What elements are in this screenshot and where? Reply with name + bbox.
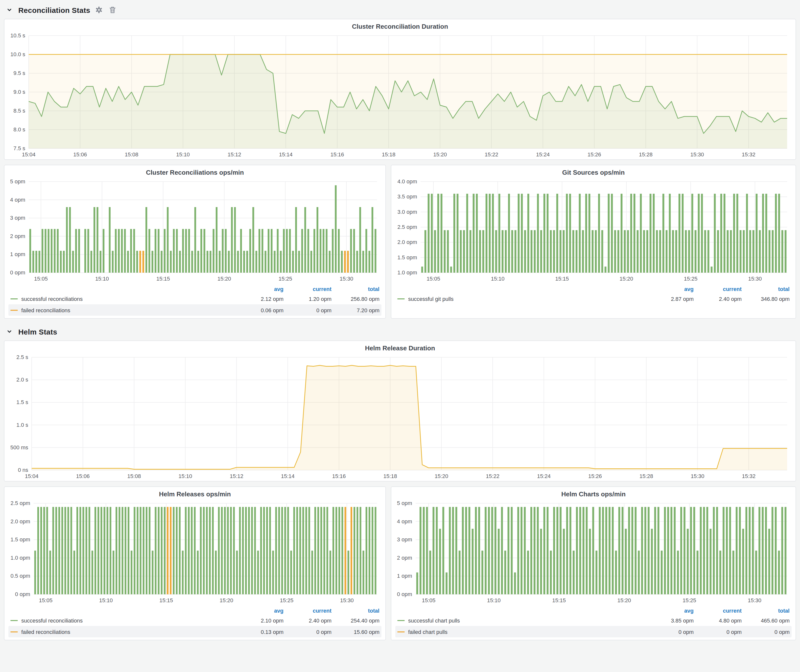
svg-text:15:05: 15:05 <box>426 276 440 282</box>
legend-header-current[interactable]: current <box>694 607 742 613</box>
svg-text:15:08: 15:08 <box>125 151 138 158</box>
svg-text:15:15: 15:15 <box>555 276 569 282</box>
helm-release-duration-chart[interactable]: 0 ns500 ms1.0 s1.5 s2.0 s2.5 s15:0415:06… <box>6 352 794 481</box>
legend-header-avg[interactable]: avg <box>235 607 283 613</box>
svg-text:15:30: 15:30 <box>690 151 704 158</box>
legend-total-value: 254.40 opm <box>331 617 379 623</box>
svg-text:0 opm: 0 opm <box>397 591 412 597</box>
panel-title[interactable]: Helm Charts ops/min <box>391 487 795 498</box>
svg-text:15:12: 15:12 <box>227 151 241 158</box>
svg-text:3.0 opm: 3.0 opm <box>398 209 417 215</box>
legend-series-label[interactable]: failed reconciliations <box>21 307 70 313</box>
legend-current-value: 0 opm <box>283 629 331 635</box>
svg-text:15:16: 15:16 <box>332 473 346 479</box>
svg-text:0.5 opm: 0.5 opm <box>11 573 30 579</box>
legend-row: failed reconciliations 0.06 opm 0 opm 7.… <box>8 304 381 316</box>
svg-text:2.0 opm: 2.0 opm <box>398 239 417 245</box>
cluster-reconciliation-duration-chart[interactable]: 7.5 s8.0 s8.5 s9.0 s9.5 s10.0 s10.5 s15:… <box>6 31 794 159</box>
svg-text:15:05: 15:05 <box>34 276 48 282</box>
svg-text:15:10: 15:10 <box>176 151 190 158</box>
svg-text:10.0 s: 10.0 s <box>10 51 25 58</box>
legend-series-label[interactable]: successful chart pulls <box>408 617 460 623</box>
legend-header-avg[interactable]: avg <box>235 286 283 292</box>
legend-series-label[interactable]: successful git pulls <box>408 296 453 302</box>
svg-text:1.5 opm: 1.5 opm <box>11 536 30 542</box>
legend-series-label[interactable]: successful reconciliations <box>21 296 83 302</box>
svg-text:1.0 opm: 1.0 opm <box>398 269 417 276</box>
legend-header-total[interactable]: total <box>331 286 379 292</box>
legend-avg-value: 0.06 opm <box>235 307 283 313</box>
dashboard: Reconciliation Stats Cluster Reconciliat… <box>0 0 800 672</box>
legend-header-current[interactable]: current <box>283 286 331 292</box>
legend-series-label[interactable]: successful reconciliations <box>21 617 83 623</box>
svg-text:15:10: 15:10 <box>99 597 113 603</box>
section-title[interactable]: Helm Stats <box>18 327 57 336</box>
svg-text:15:30: 15:30 <box>340 276 353 282</box>
svg-text:3 opm: 3 opm <box>397 536 412 542</box>
legend-header-current[interactable]: current <box>694 286 742 292</box>
chevron-down-icon[interactable] <box>5 327 14 336</box>
legend-current-value: 2.40 opm <box>283 617 331 623</box>
git-sources-bar-chart[interactable]: 1.0 opm1.5 opm2.0 opm2.5 opm3.0 opm3.5 o… <box>393 177 794 283</box>
section-title[interactable]: Reconciliation Stats <box>18 6 90 14</box>
legend: avg current total successful reconciliat… <box>5 606 386 640</box>
svg-text:15:08: 15:08 <box>127 473 141 479</box>
trash-icon[interactable] <box>108 5 117 14</box>
svg-text:1.5 opm: 1.5 opm <box>398 254 417 261</box>
legend-header-row: avg current total <box>8 606 381 614</box>
legend-total-value: 256.80 opm <box>331 296 379 302</box>
legend-series-label[interactable]: failed reconciliations <box>21 629 70 635</box>
panel-cluster-reconciliation-duration: Cluster Reconciliation Duration 7.5 s8.0… <box>4 19 796 160</box>
legend-avg-value: 3.85 opm <box>646 617 694 623</box>
svg-text:15:30: 15:30 <box>748 276 762 282</box>
series-dash-icon <box>397 298 405 299</box>
svg-text:15:20: 15:20 <box>435 473 448 479</box>
legend-header-total[interactable]: total <box>742 607 790 613</box>
legend-series-label[interactable]: failed chart pulls <box>408 629 448 635</box>
svg-text:15:04: 15:04 <box>22 151 35 158</box>
panel-title[interactable]: Helm Release Duration <box>5 341 795 352</box>
svg-text:15:25: 15:25 <box>683 597 696 603</box>
panel-title[interactable]: Cluster Reconciliations ops/min <box>5 165 386 177</box>
svg-text:15:14: 15:14 <box>281 473 294 479</box>
svg-text:15:10: 15:10 <box>95 276 109 282</box>
svg-text:15:30: 15:30 <box>691 473 704 479</box>
svg-text:1.0 opm: 1.0 opm <box>11 555 30 561</box>
svg-text:2.0 opm: 2.0 opm <box>11 518 30 525</box>
svg-text:15:20: 15:20 <box>618 597 631 603</box>
gear-icon[interactable] <box>95 5 104 14</box>
legend-header-total[interactable]: total <box>331 607 379 613</box>
panel-git-sources-opm: Git Sources ops/min 1.0 opm1.5 opm2.0 op… <box>391 165 796 319</box>
svg-text:15:10: 15:10 <box>179 473 192 479</box>
legend-header-current[interactable]: current <box>283 607 331 613</box>
svg-text:15:05: 15:05 <box>39 597 53 603</box>
svg-text:15:06: 15:06 <box>76 473 90 479</box>
series-dash-icon <box>397 620 405 621</box>
legend-avg-value: 2.10 opm <box>235 617 283 623</box>
svg-text:15:30: 15:30 <box>748 597 762 603</box>
helm-charts-bar-chart[interactable]: 0 opm1 opm2 opm3 opm4 opm5 opm15:0515:10… <box>393 498 794 605</box>
legend-header-total[interactable]: total <box>742 286 790 292</box>
legend-current-value: 0 opm <box>694 629 742 635</box>
svg-text:15:14: 15:14 <box>279 151 293 158</box>
svg-text:15:20: 15:20 <box>433 151 447 158</box>
legend-header-avg[interactable]: avg <box>646 607 694 613</box>
helm-releases-bar-chart[interactable]: 0 opm0.5 opm1.0 opm1.5 opm2.0 opm2.5 opm… <box>6 498 384 605</box>
svg-text:15:15: 15:15 <box>156 276 170 282</box>
chevron-down-icon[interactable] <box>5 5 14 14</box>
cluster-reconciliations-bar-chart[interactable]: 0 opm1 opm2 opm3 opm4 opm5 opm15:0515:10… <box>6 177 384 283</box>
panel-title[interactable]: Git Sources ops/min <box>391 165 795 177</box>
section-header-helm-stats: Helm Stats <box>4 325 796 338</box>
panel-helm-releases-opm: Helm Releases ops/min 0 opm0.5 opm1.0 op… <box>4 486 386 640</box>
svg-text:7.5 s: 7.5 s <box>13 145 25 151</box>
legend-avg-value: 0 opm <box>646 629 694 635</box>
legend-header-avg[interactable]: avg <box>646 286 694 292</box>
legend-row: failed chart pulls 0 opm 0 opm 0 opm <box>395 626 792 637</box>
panel-title[interactable]: Helm Releases ops/min <box>5 487 386 498</box>
legend-avg-value: 2.12 opm <box>235 296 283 302</box>
panel-title[interactable]: Cluster Reconciliation Duration <box>5 19 795 31</box>
svg-text:0 ns: 0 ns <box>18 467 28 473</box>
legend-row: failed reconciliations 0.13 opm 0 opm 15… <box>8 626 381 637</box>
svg-text:8.0 s: 8.0 s <box>13 126 25 133</box>
svg-text:15:32: 15:32 <box>742 151 755 158</box>
